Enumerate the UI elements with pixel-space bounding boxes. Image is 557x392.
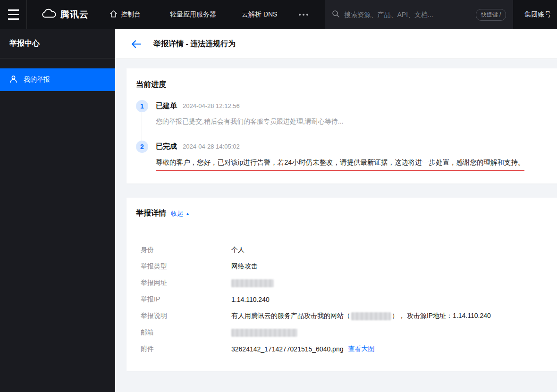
progress-card-title: 当前进度 <box>136 80 548 90</box>
more-menu-icon[interactable] <box>299 14 308 16</box>
sidebar-item-my-reports[interactable]: 我的举报 <box>0 68 115 91</box>
collapse-label: 收起 <box>171 209 183 218</box>
detail-row-report-url: 举报网址 <box>141 279 548 288</box>
cloud-logo-icon <box>41 8 56 21</box>
page-title: 举报详情 - 违法违规行为 <box>153 39 236 49</box>
nav-dns-label: 云解析 DNS <box>242 10 277 19</box>
search-icon <box>332 10 339 19</box>
step-number-badge: 1 <box>136 100 148 112</box>
topbar: 腾讯云 控制台 轻量应用服务器 云解析 DNS 快捷键 / 集团账号 <box>0 0 557 29</box>
detail-row-attachment: 附件 32624142_1714277021515_6040.png 查看大图 <box>141 345 548 354</box>
step-title: 已完成 <box>156 142 177 151</box>
progress-timeline: 1 已建单 2024-04-28 12:12:56 您的举报已提交,稍后会有我们… <box>136 100 548 171</box>
main-content: 举报详情 - 违法违规行为 当前进度 1 已建单 2024-04-28 12:1… <box>115 29 557 392</box>
detail-value: 有人用腾讯云的服务产品攻击我的网站（ ）， 攻击源IP地址：1.14.110.2… <box>231 312 491 320</box>
nav-lighthouse[interactable]: 轻量应用服务器 <box>170 10 216 19</box>
progress-card: 当前进度 1 已建单 2024-04-28 12:12:56 您的举报已提交,稍… <box>127 68 557 183</box>
step-description-annotated: 尊敬的客户，您好，已对该ip进行告警，若24小时仍未整改，请提供最新证据，这边将… <box>156 158 524 171</box>
step-title: 已建单 <box>156 101 177 110</box>
detail-label: 举报IP <box>141 295 231 304</box>
detail-label: 邮箱 <box>141 328 231 337</box>
detail-row-report-ip: 举报IP 1.14.110.240 <box>141 295 548 304</box>
details-card-body: 身份 个人 举报类型 网络攻击 举报网址 举报IP 1.14.110.240 举… <box>127 230 557 371</box>
details-card-title: 举报详情 <box>136 209 166 218</box>
progress-step-1: 1 已建单 2024-04-28 12:12:56 您的举报已提交,稍后会有我们… <box>136 100 548 126</box>
nav-lighthouse-label: 轻量应用服务器 <box>170 10 216 19</box>
nav-console-label: 控制台 <box>121 10 141 19</box>
description-prefix: 有人用腾讯云的服务产品攻击我的网站（ <box>231 312 350 320</box>
details-card-header: 举报详情 收起 ▲ <box>127 198 557 230</box>
step-timestamp: 2024-04-28 14:05:02 <box>183 143 240 150</box>
detail-row-identity: 身份 个人 <box>141 246 548 255</box>
sidebar-title: 举报中心 <box>0 29 115 58</box>
topbar-divider <box>26 0 27 29</box>
search-input[interactable] <box>344 11 475 18</box>
attachment-filename: 32624142_1714277021515_6040.png <box>231 345 343 353</box>
detail-row-email: 邮箱 <box>141 328 548 337</box>
detail-value: 个人 <box>231 246 245 254</box>
progress-step-2: 2 已完成 2024-04-28 14:05:02 尊敬的客户，您好，已对该ip… <box>136 141 548 171</box>
home-icon <box>110 10 118 19</box>
detail-row-report-type: 举报类型 网络攻击 <box>141 262 548 271</box>
shortcut-key-badge[interactable]: 快捷键 / <box>476 9 506 21</box>
view-large-image-link[interactable]: 查看大图 <box>348 345 374 353</box>
detail-value: 网络攻击 <box>231 262 258 271</box>
caret-up-icon: ▲ <box>186 211 190 216</box>
redacted-url <box>231 279 274 287</box>
nav-console[interactable]: 控制台 <box>110 10 141 19</box>
collapse-toggle[interactable]: 收起 ▲ <box>171 209 190 218</box>
detail-label: 举报类型 <box>141 262 231 271</box>
detail-row-description: 举报说明 有人用腾讯云的服务产品攻击我的网站（ ）， 攻击源IP地址：1.14.… <box>141 312 548 321</box>
sidebar: 举报中心 我的举报 <box>0 29 115 392</box>
detail-value: 1.14.110.240 <box>231 296 270 303</box>
page-header: 举报详情 - 违法违规行为 <box>115 29 557 58</box>
topbar-divider <box>513 0 513 29</box>
redacted-email <box>231 329 297 337</box>
hamburger-menu-icon[interactable] <box>0 0 26 29</box>
brand-logo[interactable]: 腾讯云 <box>41 8 89 21</box>
detail-label: 举报网址 <box>141 279 231 287</box>
description-suffix: ）， 攻击源IP地址：1.14.110.240 <box>392 312 491 320</box>
detail-label: 身份 <box>141 246 231 254</box>
back-arrow-icon[interactable] <box>131 40 141 48</box>
step-number-badge: 2 <box>136 141 148 153</box>
detail-label: 举报说明 <box>141 312 231 320</box>
account-menu[interactable]: 集团账号 <box>524 10 556 19</box>
sidebar-item-label: 我的举报 <box>24 75 50 84</box>
detail-label: 附件 <box>141 345 231 353</box>
nav-dns[interactable]: 云解析 DNS <box>242 10 277 19</box>
brand-name: 腾讯云 <box>60 8 89 21</box>
user-icon <box>9 75 17 84</box>
report-details-card: 举报详情 收起 ▲ 身份 个人 举报类型 网络攻击 举报网址 <box>127 198 557 371</box>
step-description: 您的举报已提交,稍后会有我们的客服专员跟进处理,请耐心等待... <box>156 117 343 126</box>
redacted-site <box>351 312 391 320</box>
topbar-search[interactable]: 快捷键 / <box>325 0 513 29</box>
step-timestamp: 2024-04-28 12:12:56 <box>183 102 240 109</box>
